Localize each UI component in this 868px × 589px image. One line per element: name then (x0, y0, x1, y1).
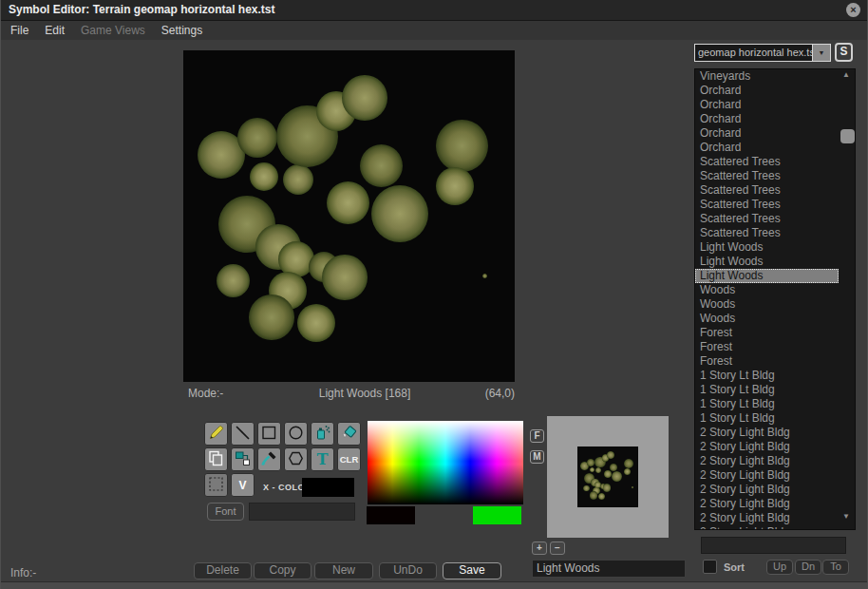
clear-button[interactable]: CLR (337, 447, 361, 471)
list-item[interactable]: Orchard (695, 141, 855, 155)
list-item[interactable]: Woods (695, 283, 855, 297)
color-gradient-picker[interactable] (368, 421, 523, 504)
scroll-down-icon[interactable]: ▼ (842, 512, 850, 521)
window-title: Symbol Editor: Terrain geomap horizontal… (9, 3, 274, 16)
symbol-name-input[interactable]: Light Woods (532, 560, 686, 578)
list-item[interactable]: Scattered Trees (695, 183, 855, 198)
list-item[interactable]: Forest (695, 354, 855, 369)
tree-blob (632, 486, 633, 488)
pencil-icon (207, 424, 225, 445)
list-item[interactable]: Orchard (695, 126, 855, 141)
list-item[interactable]: 2 Story Light Bldg (695, 525, 855, 530)
tool-row-1 (204, 422, 361, 446)
move-down-button[interactable]: Dn (795, 560, 821, 575)
font-input[interactable] (249, 503, 355, 521)
zoom-out-button[interactable]: − (550, 542, 565, 555)
new-button[interactable]: New (314, 562, 373, 580)
list-item[interactable]: 1 Story Lt Bldg (695, 397, 855, 411)
scrollbar-thumb[interactable] (840, 129, 855, 143)
tree-blob (249, 294, 294, 340)
list-item[interactable]: Orchard (695, 112, 855, 126)
list-item[interactable]: 2 Story Light Bldg (695, 497, 855, 511)
sort-checkbox[interactable] (703, 560, 717, 574)
list-item[interactable]: 1 Story Lt Bldg (695, 411, 855, 426)
list-item[interactable]: Light Woods (695, 269, 839, 283)
list-item[interactable]: 1 Story Lt Bldg (695, 383, 855, 397)
list-item[interactable]: Orchard (695, 98, 855, 112)
line-button[interactable] (231, 422, 255, 446)
tree-blob (360, 144, 403, 187)
list-item[interactable]: 2 Story Light Bldg (695, 426, 855, 440)
save-button[interactable]: Save (443, 562, 501, 580)
symbol-file-dropdown-value: geomap horizontal hex.tst (695, 45, 812, 61)
spray-button[interactable] (311, 422, 334, 446)
symbol-canvas[interactable] (183, 50, 515, 382)
vertical-button[interactable]: V (231, 473, 255, 497)
list-item[interactable]: 2 Story Light Bldg (695, 511, 855, 525)
eyedropper-button[interactable] (257, 447, 281, 471)
list-item[interactable]: Orchard (695, 84, 855, 98)
tree-blob (250, 162, 278, 191)
font-button[interactable]: Font (207, 503, 244, 521)
mode-label: Mode:- (183, 387, 274, 402)
move-up-button[interactable]: Up (766, 560, 793, 575)
list-item[interactable]: Scattered Trees (695, 155, 855, 169)
menu-item-file[interactable]: File (10, 24, 28, 37)
hexagon-button[interactable] (284, 447, 308, 471)
terrain-symbol-list[interactable]: VineyardsOrchardOrchardOrchardOrchardOrc… (694, 68, 856, 530)
symbol-file-dropdown[interactable]: geomap horizontal hex.tst ▼ (694, 44, 831, 62)
zoom-in-button[interactable]: + (532, 542, 547, 555)
list-item[interactable]: Woods (695, 297, 855, 312)
symbol-preview-panel (547, 416, 669, 538)
copy-shape-button[interactable] (204, 447, 228, 471)
close-icon[interactable]: × (846, 3, 860, 17)
undo-button[interactable]: UnDo (379, 562, 437, 580)
cursor-coords: (64,0) (456, 387, 515, 402)
chevron-down-icon[interactable]: ▼ (812, 45, 830, 61)
text-tool-button[interactable]: T (311, 447, 334, 471)
list-item[interactable]: Scattered Trees (695, 198, 855, 212)
move-to-button[interactable]: To (822, 560, 849, 575)
paste-shape-button[interactable] (231, 447, 255, 471)
copy-button[interactable]: Copy (254, 562, 311, 580)
fill-bucket-button[interactable] (337, 422, 361, 446)
foreground-color-swatch[interactable] (367, 506, 415, 524)
fill-bucket-icon (340, 424, 358, 445)
scroll-up-icon[interactable]: ▲ (842, 70, 850, 79)
background-color-swatch[interactable] (473, 506, 521, 524)
mask-button[interactable]: M (530, 450, 544, 464)
list-item[interactable]: Vineyards (695, 69, 855, 84)
tree-blob (603, 484, 612, 492)
foreground-button[interactable]: F (530, 429, 544, 443)
sort-label: Sort (724, 561, 745, 573)
list-item[interactable]: Forest (695, 340, 855, 354)
selection-button[interactable] (204, 473, 228, 497)
tree-blob (436, 167, 474, 205)
list-item[interactable]: Light Woods (695, 255, 855, 269)
pencil-button[interactable] (204, 422, 228, 446)
list-item[interactable]: 1 Story Lt Bldg (695, 369, 855, 383)
list-item[interactable]: Scattered Trees (695, 169, 855, 183)
list-item[interactable]: Scattered Trees (695, 226, 855, 240)
list-item[interactable]: 2 Story Light Bldg (695, 454, 855, 468)
ellipse-button[interactable] (284, 422, 308, 446)
list-item[interactable]: 2 Story Light Bldg (695, 468, 855, 483)
info-label: Info:- (10, 566, 36, 580)
s-button[interactable]: S (835, 43, 853, 62)
delete-button[interactable]: Delete (194, 562, 252, 580)
tree-blob (371, 185, 428, 242)
tree-blob (607, 451, 615, 460)
list-filter-input[interactable] (701, 537, 846, 554)
window-bottom-edge (1, 581, 867, 589)
rectangle-button[interactable] (257, 422, 281, 446)
symbol-editor-window: { "window": { "title": "Symbol Editor: T… (0, 0, 868, 589)
list-item[interactable]: Woods (695, 312, 855, 326)
x-color-swatch[interactable] (302, 478, 354, 497)
list-item[interactable]: 2 Story Light Bldg (695, 483, 855, 497)
list-item[interactable]: Forest (695, 326, 855, 340)
list-item[interactable]: Scattered Trees (695, 212, 855, 226)
menu-item-edit[interactable]: Edit (45, 24, 65, 37)
list-item[interactable]: 2 Story Light Bldg (695, 440, 855, 454)
list-item[interactable]: Light Woods (695, 240, 855, 255)
menu-item-settings[interactable]: Settings (161, 24, 202, 37)
